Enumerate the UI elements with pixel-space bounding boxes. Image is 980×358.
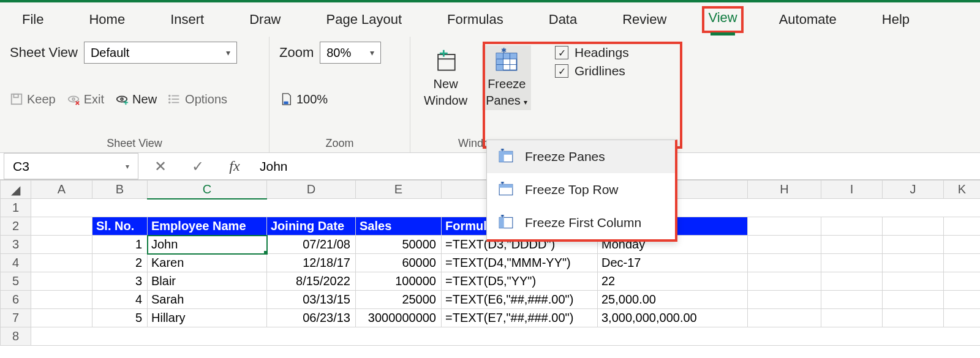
cell[interactable]: 50000 — [356, 236, 442, 254]
svg-text:✱: ✱ — [500, 149, 505, 152]
cell[interactable]: 07/21/08 — [267, 236, 356, 254]
new-window-button[interactable]: New Window — [420, 45, 471, 110]
cell[interactable]: Dec-17 — [598, 254, 748, 272]
cell[interactable]: 03/13/15 — [267, 291, 356, 309]
svg-point-13 — [169, 95, 170, 97]
options-button[interactable]: Options — [168, 92, 227, 106]
cell[interactable]: 8/15/2022 — [267, 272, 356, 291]
cell[interactable]: 3,000,000,000.00 — [598, 309, 748, 327]
row-header[interactable]: 8 — [1, 327, 31, 346]
tab-review[interactable]: Review — [612, 8, 676, 31]
col-header-I[interactable]: I — [821, 181, 883, 199]
menu-freeze-first-column[interactable]: ✱ Freeze First Column — [487, 206, 675, 239]
svg-rect-23 — [497, 53, 503, 70]
tab-view[interactable]: View — [702, 6, 743, 33]
col-header-H[interactable]: H — [748, 181, 821, 199]
cell[interactable]: 3 — [92, 272, 148, 291]
name-box[interactable]: C3▾ — [4, 153, 138, 179]
cancel-icon[interactable]: ✕ — [154, 158, 167, 175]
cell[interactable]: =TEXT(E6,"##,###.00") — [442, 291, 598, 309]
cell[interactable]: Sarah — [148, 291, 267, 309]
new-view-button[interactable]: New — [115, 92, 157, 106]
group-zoom: Zoom 80%▾ 100% Zoom — [270, 37, 410, 152]
tab-draw[interactable]: Draw — [239, 8, 290, 31]
group-title-zoom: Zoom — [279, 137, 400, 150]
fx-icon[interactable]: fx — [229, 158, 239, 174]
svg-point-7 — [121, 98, 123, 100]
hdr-emp: Employee Name — [148, 217, 267, 236]
save-icon — [10, 92, 23, 106]
tab-home[interactable]: Home — [79, 8, 135, 31]
freeze-panes-button[interactable]: ✱ Freeze Panes ▾ — [482, 45, 531, 110]
cell[interactable]: =TEXT(D4,"MMM-YY") — [442, 254, 598, 272]
cell[interactable]: Blair — [148, 272, 267, 291]
svg-text:✱: ✱ — [501, 48, 507, 54]
select-all[interactable]: ◢ — [1, 181, 31, 199]
row-header[interactable]: 3 — [1, 236, 31, 254]
cell[interactable]: 3000000000 — [356, 309, 442, 327]
eye-plus-icon — [115, 92, 129, 106]
list-icon — [168, 92, 181, 106]
hdr-slno: Sl. No. — [92, 217, 148, 236]
tab-file[interactable]: File — [12, 8, 53, 31]
col-header-E[interactable]: E — [356, 181, 442, 199]
sheet-view-select[interactable]: Default▾ — [84, 42, 237, 64]
col-header-A[interactable]: A — [31, 181, 92, 199]
zoom-select[interactable]: 80%▾ — [320, 42, 381, 64]
cell[interactable]: 25,000.00 — [598, 291, 748, 309]
tab-help[interactable]: Help — [872, 8, 919, 31]
exit-button[interactable]: Exit — [67, 92, 104, 106]
tab-formulas[interactable]: Formulas — [437, 8, 513, 31]
tab-page-layout[interactable]: Page Layout — [317, 8, 412, 31]
cell[interactable]: 1 — [92, 236, 148, 254]
cell[interactable]: 12/18/17 — [267, 254, 356, 272]
sheet-view-label: Sheet View — [10, 45, 78, 61]
col-header-J[interactable]: J — [883, 181, 944, 199]
freeze-panes-menu: ✱ Freeze Panes ✱ Freeze Top Row ✱ Freeze… — [486, 140, 677, 242]
zoom-100-button[interactable]: 100% — [279, 92, 328, 106]
cell[interactable]: 4 — [92, 291, 148, 309]
col-header-D[interactable]: D — [267, 181, 356, 199]
zoom-label: Zoom — [279, 45, 314, 61]
row-header[interactable]: 4 — [1, 254, 31, 272]
svg-rect-16 — [284, 102, 288, 105]
eye-x-icon — [67, 92, 80, 106]
cell[interactable]: Karen — [148, 254, 267, 272]
cell[interactable]: 22 — [598, 272, 748, 291]
col-header-K[interactable]: K — [944, 181, 981, 199]
cell[interactable]: 25000 — [356, 291, 442, 309]
group-sheet-view: Sheet View Default▾ Keep Exit New Option… — [0, 37, 270, 152]
row-header[interactable]: 5 — [1, 272, 31, 291]
tab-automate[interactable]: Automate — [769, 8, 846, 31]
row-header[interactable]: 1 — [1, 199, 31, 217]
cell[interactable]: 60000 — [356, 254, 442, 272]
gridlines-checkbox[interactable]: ✓Gridlines — [555, 64, 629, 78]
svg-rect-17 — [438, 54, 455, 70]
group-show: ✓Headings ✓Gridlines — [545, 37, 639, 152]
keep-button[interactable]: Keep — [10, 92, 56, 106]
cell-selected[interactable]: John — [148, 236, 267, 254]
cell[interactable]: Hillary — [148, 309, 267, 327]
row-header[interactable]: 7 — [1, 309, 31, 327]
menu-freeze-panes[interactable]: ✱ Freeze Panes — [487, 140, 675, 173]
headings-checkbox[interactable]: ✓Headings — [555, 45, 629, 60]
col-header-C[interactable]: C — [148, 181, 267, 199]
freeze-top-row-icon: ✱ — [498, 182, 514, 198]
cell[interactable]: =TEXT(E7,"##,###.00") — [442, 309, 598, 327]
cell[interactable]: 5 — [92, 309, 148, 327]
ribbon-body: Sheet View Default▾ Keep Exit New Option… — [0, 37, 980, 153]
cell[interactable]: =TEXT(D5,"YY") — [442, 272, 598, 291]
cell[interactable]: 2 — [92, 254, 148, 272]
menu-freeze-top-row[interactable]: ✱ Freeze Top Row — [487, 173, 675, 206]
cell[interactable]: 06/23/13 — [267, 309, 356, 327]
tab-data[interactable]: Data — [539, 8, 587, 31]
hdr-join: Joining Date — [267, 217, 356, 236]
tab-insert[interactable]: Insert — [160, 8, 214, 31]
svg-point-14 — [169, 99, 170, 100]
cell[interactable]: 100000 — [356, 272, 442, 291]
col-header-B[interactable]: B — [92, 181, 148, 199]
row-header[interactable]: 6 — [1, 291, 31, 309]
enter-icon[interactable]: ✓ — [192, 158, 204, 175]
svg-rect-1 — [13, 94, 18, 98]
row-header[interactable]: 2 — [1, 217, 31, 236]
